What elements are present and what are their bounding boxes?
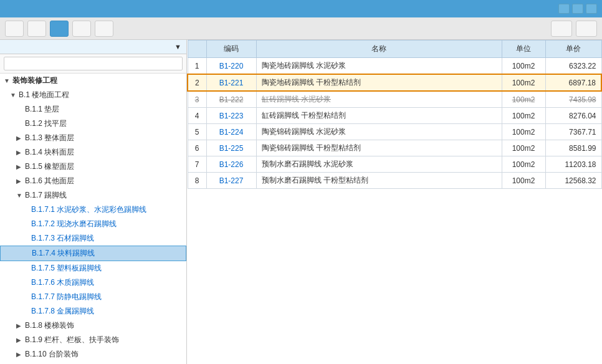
tree-item-b173[interactable]: B.1.7.3 石材踢脚线: [0, 231, 186, 246]
tab-guide[interactable]: [5, 21, 24, 37]
close-button[interactable]: [586, 4, 597, 14]
toggle-icon: ▶: [16, 149, 24, 156]
tree-item-b18[interactable]: ▶B.1.8 楼梯装饰: [0, 318, 186, 333]
toggle-icon: ▶: [16, 351, 24, 358]
cell-price: 7367.71: [545, 124, 601, 140]
table-row[interactable]: 5 B1-224 陶瓷锦砖踢脚线 水泥砂浆 100m2 7367.71: [188, 124, 601, 140]
tree-item-label: B.1.7.5 塑料板踢脚线: [31, 264, 102, 272]
toggle-icon: ▶: [16, 163, 24, 170]
table-row[interactable]: 2 B1-221 陶瓷地砖踢脚线 干粉型粘结剂 100m2 6897.18: [188, 74, 601, 91]
cell-unit: 100m2: [502, 173, 545, 189]
tree-item-label: 装饰装修工程: [12, 76, 57, 85]
toggle-icon: ▶: [16, 178, 24, 184]
cell-num: 4: [188, 108, 206, 124]
replace-button[interactable]: [576, 21, 597, 37]
tree-item-b1[interactable]: ▼B.1 楼地面工程: [0, 88, 186, 102]
tree-item-b15[interactable]: ▶B.1.5 橡塑面层: [0, 160, 186, 174]
tree-item-label: B.1.7.8 金属踢脚线: [31, 307, 94, 315]
col-name: 名称: [256, 41, 502, 58]
tree-item-b178[interactable]: B.1.7.8 金属踢脚线: [0, 304, 186, 318]
tree-item-b172[interactable]: B.1.7.2 现浇水磨石踢脚线: [0, 217, 186, 231]
table-scroll: 编码 名称 单位 单价 1 B1-220 陶瓷地砖踢脚线 水泥砂浆 100m2 …: [187, 40, 602, 364]
cell-code: B1-224: [206, 124, 256, 140]
col-price: 单价: [545, 41, 601, 58]
tree-item-label: B.1.5 橡塑面层: [25, 162, 74, 171]
table-row[interactable]: 7 B1-226 预制水磨石踢脚线 水泥砂浆 100m2 11203.18: [188, 156, 601, 173]
tab-quota[interactable]: [50, 21, 69, 37]
cell-num: 3: [188, 91, 206, 108]
tree-item-label: B.1.2 找平层: [25, 119, 67, 128]
maximize-button[interactable]: [572, 4, 583, 14]
toggle-icon: ▼: [4, 77, 11, 84]
tree-item-b12[interactable]: B.1.2 找平层: [0, 117, 186, 131]
tree-item-label: B.1.8 楼梯装饰: [25, 321, 74, 330]
toggle-icon: ▼: [10, 92, 17, 98]
cell-name: 陶瓷地砖踢脚线 水泥砂浆: [256, 58, 502, 75]
minimize-button[interactable]: [558, 4, 570, 14]
tree-item-b19[interactable]: ▶B.1.9 栏杆、栏板、扶手装饰: [0, 333, 186, 347]
tree-item-b11[interactable]: B.1.1 垫层: [0, 102, 186, 117]
tree-item-label: B.1.7.2 现浇水磨石踢脚线: [31, 219, 117, 228]
tab-list[interactable]: [27, 21, 46, 37]
tree-item-label: B.1 楼地面工程: [19, 90, 69, 99]
col-unit: 单位: [502, 41, 545, 58]
cell-code: B1-223: [206, 108, 256, 124]
tree-item-b13[interactable]: ▶B.1.3 整体面层: [0, 131, 186, 145]
tab-mydata[interactable]: [95, 21, 113, 37]
tree-item-b110[interactable]: ▶B.1.10 台阶装饰: [0, 347, 186, 362]
tree-item-label: B.1.7.6 木质踢脚线: [31, 278, 94, 287]
cell-num: 8: [188, 173, 206, 189]
tree-item-b176[interactable]: B.1.7.6 木质踢脚线: [0, 275, 186, 290]
cell-unit: 100m2: [502, 91, 545, 108]
toggle-icon: ▶: [16, 337, 24, 343]
tree-item-label: B.1.10 台阶装饰: [25, 350, 79, 358]
tree-item-label: B.1.9 栏杆、栏板、扶手装饰: [25, 335, 119, 344]
cell-num: 1: [188, 58, 206, 75]
tree-item-label: B.1.3 整体面层: [25, 133, 74, 142]
cell-price: 6897.18: [545, 74, 601, 91]
tree-item-b16[interactable]: ▶B.1.6 其他面层: [0, 174, 186, 188]
tree-area: ▼装饰装修工程▼B.1 楼地面工程B.1.1 垫层B.1.2 找平层▶B.1.3…: [0, 74, 186, 364]
table-row[interactable]: 8 B1-227 预制水磨石踢脚线 干粉型粘结剂 100m2 12568.32: [188, 173, 601, 189]
cell-name: 缸砖踢脚线 水泥砂浆: [256, 91, 502, 108]
quota-selector[interactable]: ▼: [0, 40, 186, 54]
cell-unit: 100m2: [502, 140, 545, 156]
cell-num: 6: [188, 140, 206, 156]
tree-item-b171[interactable]: B.1.7.1 水泥砂浆、水泥彩色踢脚线: [0, 203, 186, 217]
table-row[interactable]: 1 B1-220 陶瓷地砖踢脚线 水泥砂浆 100m2 6323.22: [188, 58, 601, 75]
tree-item-b17[interactable]: ▼B.1.7 踢脚线: [0, 188, 186, 203]
cell-name: 陶瓷锦砖踢脚线 干粉型粘结剂: [256, 140, 502, 156]
tree-item-b174[interactable]: B.1.7.4 块料踢脚线: [0, 246, 186, 261]
tree-item-b111[interactable]: ▶B.1.11 零星装饰: [0, 362, 186, 364]
tree-item-b177[interactable]: B.1.7.7 防静电踢脚线: [0, 290, 186, 304]
window-controls: [558, 4, 597, 14]
cell-price: 8276.04: [545, 108, 601, 124]
cell-name: 陶瓷地砖踢脚线 干粉型粘结剂: [256, 74, 502, 91]
data-table: 编码 名称 单位 单价 1 B1-220 陶瓷地砖踢脚线 水泥砂浆 100m2 …: [187, 40, 602, 189]
search-input[interactable]: [4, 57, 183, 70]
tree-item-label: B.1.7.3 石材踢脚线: [31, 234, 94, 242]
tree-item-label: B.1.1 垫层: [25, 105, 59, 113]
tree-item-label: B.1.6 其他面层: [25, 176, 74, 185]
table-header-row: 编码 名称 单位 单价: [188, 41, 601, 58]
toolbar: [0, 17, 602, 40]
toggle-icon: ▶: [16, 322, 24, 329]
main-content: ▼ ▼装饰装修工程▼B.1 楼地面工程B.1.1 垫层B.1.2 找平层▶B.1…: [0, 40, 602, 364]
cell-code: B1-221: [206, 74, 256, 91]
cell-code: B1-222: [206, 91, 256, 108]
table-row[interactable]: 3 B1-222 缸砖踢脚线 水泥砂浆 100m2 7435.98: [188, 91, 601, 108]
tree-item-b175[interactable]: B.1.7.5 塑料板踢脚线: [0, 261, 186, 275]
tree-item-b14[interactable]: ▶B.1.4 块料面层: [0, 145, 186, 160]
search-bar: [0, 54, 186, 74]
tab-labor[interactable]: [72, 21, 91, 37]
tree-item-root[interactable]: ▼装饰装修工程: [0, 74, 186, 88]
table-row[interactable]: 4 B1-223 缸砖踢脚线 干粉型粘结剂 100m2 8276.04: [188, 108, 601, 124]
cell-num: 5: [188, 124, 206, 140]
cell-code: B1-225: [206, 140, 256, 156]
cell-unit: 100m2: [502, 124, 545, 140]
cell-price: 12568.32: [545, 173, 601, 189]
tree-item-label: B.1.4 块料面层: [25, 148, 74, 156]
insert-button[interactable]: [551, 21, 572, 37]
table-row[interactable]: 6 B1-225 陶瓷锦砖踢脚线 干粉型粘结剂 100m2 8581.99: [188, 140, 601, 156]
cell-name: 预制水磨石踢脚线 干粉型粘结剂: [256, 173, 502, 189]
